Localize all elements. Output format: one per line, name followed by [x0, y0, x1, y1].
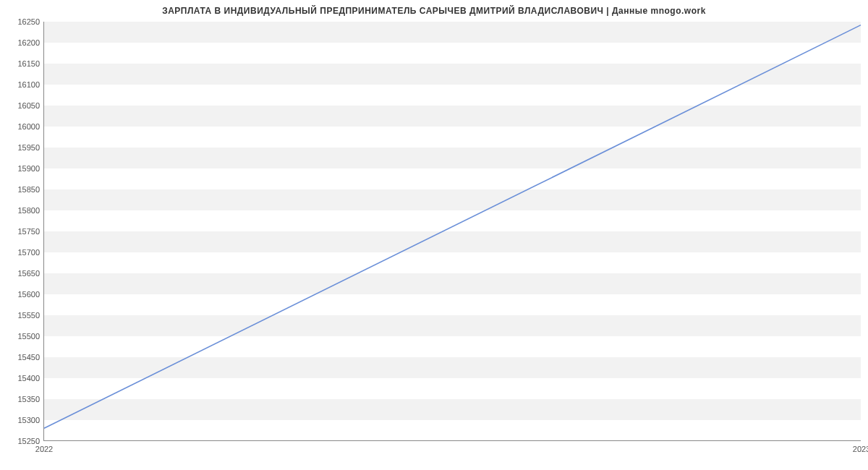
y-tick-label: 16150 [17, 59, 40, 68]
x-tick-label: 2023 [853, 445, 868, 453]
chart-container: ЗАРПЛАТА В ИНДИВИДУАЛЬНЫЙ ПРЕДПРИНИМАТЕЛ… [0, 0, 868, 470]
y-tick-label: 15500 [17, 332, 40, 341]
series-line [44, 25, 861, 429]
y-tick-label: 16200 [17, 38, 40, 47]
y-tick-label: 16250 [17, 17, 40, 26]
y-tick-label: 15300 [17, 416, 40, 424]
y-tick-label: 15750 [17, 227, 40, 236]
line-layer [44, 22, 861, 440]
y-tick-label: 15550 [17, 311, 40, 320]
y-tick-label: 16050 [17, 101, 40, 110]
x-tick-label: 2022 [35, 445, 53, 453]
plot-area: 1525015300153501540015450155001555015600… [43, 22, 861, 441]
chart-title: ЗАРПЛАТА В ИНДИВИДУАЛЬНЫЙ ПРЕДПРИНИМАТЕЛ… [0, 6, 868, 16]
y-tick-label: 15950 [17, 143, 40, 152]
y-tick-label: 15900 [17, 164, 40, 173]
y-tick-label: 15800 [17, 206, 40, 215]
y-tick-label: 15350 [17, 395, 40, 403]
y-tick-label: 15650 [17, 269, 40, 278]
y-tick-label: 15400 [17, 374, 40, 383]
y-tick-label: 15850 [17, 185, 40, 194]
y-tick-label: 16000 [17, 122, 40, 131]
y-tick-label: 15700 [17, 248, 40, 257]
y-tick-label: 16100 [17, 80, 40, 89]
y-tick-label: 15450 [17, 353, 40, 362]
y-tick-label: 15600 [17, 290, 40, 299]
